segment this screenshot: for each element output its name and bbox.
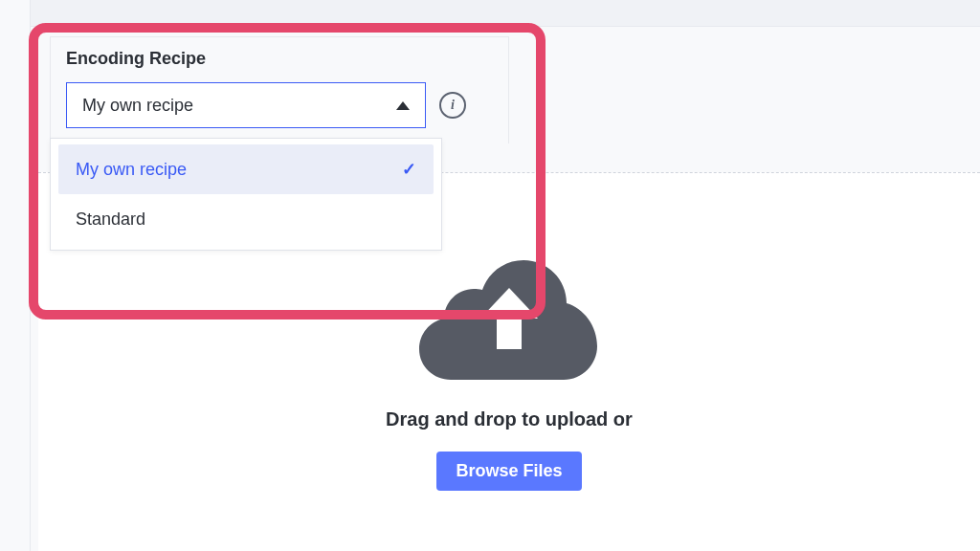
topbar: [0, 0, 980, 27]
left-rail: [0, 0, 31, 551]
dropdown-option-my-own-recipe[interactable]: My own recipe ✓: [58, 144, 434, 194]
encoding-recipe-label: Encoding Recipe: [66, 49, 493, 69]
encoding-recipe-panel: Encoding Recipe My own recipe i: [50, 36, 509, 143]
encoding-recipe-select-row: My own recipe i: [66, 82, 493, 128]
encoding-recipe-header: Encoding Recipe My own recipe i: [50, 36, 509, 143]
dropdown-option-label: My own recipe: [76, 160, 187, 180]
check-icon: ✓: [402, 159, 416, 180]
cloud-upload-icon: [413, 246, 605, 380]
dropdown-option-label: Standard: [76, 209, 145, 230]
chevron-up-icon: [396, 101, 410, 110]
dropdown-option-standard[interactable]: Standard: [58, 194, 434, 244]
browse-files-button[interactable]: Browse Files: [436, 452, 581, 491]
upload-drop-text: Drag and drop to upload or: [386, 408, 633, 430]
encoding-recipe-selected-value: My own recipe: [82, 96, 193, 116]
encoding-recipe-dropdown: My own recipe ✓ Standard: [50, 138, 442, 251]
info-icon[interactable]: i: [439, 92, 466, 119]
encoding-recipe-select[interactable]: My own recipe: [66, 82, 426, 128]
page-root: Drag and drop to upload or Browse Files …: [0, 0, 980, 551]
